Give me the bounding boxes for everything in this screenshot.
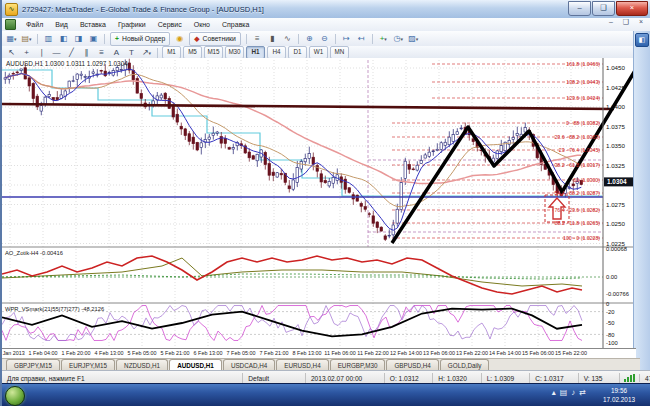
- windows-taskbar: ▴▤♪⇄ 19:56 17.02.2013: [2, 383, 650, 406]
- vertical-line-tool-icon[interactable]: ∣: [35, 47, 48, 59]
- menu-окно[interactable]: Окно: [188, 18, 216, 31]
- tray-network-icon[interactable]: ⇄: [579, 388, 586, 397]
- svg-text:138.2 (1.0443): 138.2 (1.0443): [566, 79, 600, 85]
- svg-text:0.00068: 0.00068: [606, 246, 627, 252]
- metaeditor-icon[interactable]: ◉: [173, 33, 186, 45]
- svg-text:-100: -100: [606, 340, 618, 346]
- status-close: C: 1.0317: [530, 373, 578, 384]
- toolbar-separator: [246, 34, 247, 44]
- data-window-icon[interactable]: ◧: [57, 33, 70, 45]
- svg-text:76.4 - 23.6 (1.0282): 76.4 - 23.6 (1.0282): [554, 207, 600, 213]
- status-help-text: Для справки, нажмите F1: [2, 373, 243, 384]
- child-minimize-button[interactable]: –: [605, 18, 617, 26]
- chart-canvas[interactable]: 1.04501.04251.04001.03751.03501.03251.02…: [2, 58, 636, 348]
- menu-вставка[interactable]: Вставка: [74, 18, 112, 31]
- terminal-icon[interactable]: ▣: [87, 33, 100, 45]
- svg-text:0.00: 0.00: [606, 274, 617, 280]
- connection-status-icon: [620, 374, 640, 382]
- svg-text:0 - 88 (1.0382): 0 - 88 (1.0382): [566, 120, 600, 126]
- toolbar-separator: [372, 34, 373, 44]
- cursor-tool-icon[interactable]: ↖: [5, 47, 18, 59]
- toolbar-separator: [335, 34, 336, 44]
- dropdown-arrow-icon: ▾: [400, 36, 403, 42]
- svg-text:1.0275: 1.0275: [606, 201, 625, 208]
- menu-файл[interactable]: Файл: [20, 18, 49, 31]
- dropdown-arrow-icon: ▾: [416, 36, 419, 42]
- dropdown-arrow-icon: ▾: [14, 36, 17, 42]
- svg-text:0: 0: [606, 301, 609, 307]
- menu-вид[interactable]: Вид: [49, 18, 74, 31]
- menu-bar: ФайлВидВставкаГрафикиСервисОкноСправка –…: [2, 18, 650, 32]
- minimize-button[interactable]: –: [568, 1, 591, 16]
- candlestick-chart-icon[interactable]: ▮: [266, 33, 279, 45]
- close-button[interactable]: ×: [616, 1, 648, 16]
- trendline-tool-icon[interactable]: ╱: [65, 47, 78, 59]
- menu-графики[interactable]: Графики: [112, 18, 152, 31]
- indicators-icon[interactable]: +▾: [377, 33, 390, 45]
- text-tool-icon[interactable]: A: [110, 47, 123, 59]
- market-watch-icon[interactable]: ▥: [42, 33, 55, 45]
- toolbar-separator: [37, 34, 38, 44]
- standard-toolbar: ▦▾▤▾▥◧◨▣+Новый Ордер◉◆Советники≡▮∿⊕⊖↦↤+▾…: [2, 31, 634, 47]
- status-open: O: 1.0312: [385, 373, 433, 384]
- clock-date: 17.02.2013: [592, 395, 646, 404]
- fibonacci-tool-icon[interactable]: ≡: [95, 47, 108, 59]
- channel-tool-icon[interactable]: ∥: [80, 47, 93, 59]
- horizontal-line-tool-icon[interactable]: —: [50, 47, 63, 59]
- status-volume: V: 135: [579, 373, 620, 384]
- time-tick-label: 15 Feb 22:00: [549, 350, 593, 356]
- crosshair-tool-icon[interactable]: +: [20, 47, 33, 59]
- new-order-button-icon: +: [115, 35, 119, 42]
- dropdown-arrow-icon: ▾: [384, 36, 387, 42]
- expert-advisors-button-icon: ◆: [194, 35, 199, 43]
- child-close-button[interactable]: ×: [635, 18, 647, 26]
- svg-text:50 (1.0300): 50 (1.0300): [573, 177, 600, 183]
- chart-shift-icon[interactable]: ↤: [355, 33, 368, 45]
- bar-chart-icon[interactable]: ≡: [251, 33, 264, 45]
- status-low: L: 1.0309: [482, 373, 530, 384]
- svg-text:-0.00766: -0.00766: [606, 291, 629, 297]
- new-order-button[interactable]: +Новый Ордер: [110, 32, 170, 46]
- navigator-icon[interactable]: ◨: [72, 33, 85, 45]
- svg-text:1.0375: 1.0375: [606, 123, 625, 130]
- tray-volume-icon[interactable]: ♪: [571, 388, 575, 397]
- maximize-button[interactable]: ❑: [592, 1, 615, 16]
- expert-advisors-button-label: Советники: [203, 35, 236, 42]
- right-scrollbar[interactable]: ◧: [633, 31, 650, 370]
- svg-text:23 - 76.4 (1.0345): 23 - 76.4 (1.0345): [559, 147, 601, 153]
- svg-text:1.0325: 1.0325: [606, 162, 625, 169]
- new-order-button-label: Новый Ордер: [122, 35, 165, 42]
- svg-text:1.0250: 1.0250: [606, 220, 625, 227]
- svg-text:123.6 (1.0424): 123.6 (1.0424): [566, 95, 600, 101]
- periods-icon[interactable]: ◷▾: [392, 33, 405, 45]
- label-tool-icon[interactable]: T: [125, 47, 138, 59]
- zoom-out-icon[interactable]: ⊖: [318, 33, 331, 45]
- dropdown-arrow-icon: ▾: [149, 50, 152, 56]
- chart-window-icon: [5, 19, 16, 30]
- templates-icon[interactable]: ▨▾: [407, 33, 420, 45]
- zoom-in-icon[interactable]: ⊕: [303, 33, 316, 45]
- status-traffic: 478/2 kb: [640, 373, 650, 384]
- title-bar[interactable]: ∿ 2729427: MetaTrader - E-Global Trade &…: [2, 0, 650, 19]
- tray-expand-icon[interactable]: ▴: [552, 388, 556, 397]
- scroll-button[interactable]: ◧: [635, 33, 649, 47]
- profiles-icon[interactable]: ▤▾: [20, 33, 33, 45]
- svg-text:-20: -20: [606, 309, 614, 315]
- menu-справка[interactable]: Справка: [216, 18, 255, 31]
- child-restore-button[interactable]: ❑: [620, 18, 632, 26]
- tray-action-center-icon[interactable]: ▤: [560, 388, 568, 397]
- expert-advisors-button[interactable]: ◆Советники: [189, 32, 240, 46]
- status-high: H: 1.0320: [433, 373, 481, 384]
- auto-scroll-icon[interactable]: ↦: [340, 33, 353, 45]
- line-chart-icon[interactable]: ∿: [281, 33, 294, 45]
- price-chart[interactable]: 1.04501.04251.04001.03751.03501.03251.02…: [2, 58, 636, 348]
- svg-text:AUDUSD,H1 1.0300 1.0311 1.0297: AUDUSD,H1 1.0300 1.0311 1.0297 1.0304: [6, 60, 128, 67]
- menu-сервис[interactable]: Сервис: [152, 18, 188, 31]
- svg-text:1.0400: 1.0400: [606, 103, 625, 110]
- shapes-tool-icon[interactable]: ↗▾: [140, 47, 153, 59]
- new-chart-icon[interactable]: ▦▾: [5, 33, 18, 45]
- start-button[interactable]: [5, 386, 25, 406]
- taskbar-clock[interactable]: 19:56 17.02.2013: [592, 386, 646, 404]
- status-profile[interactable]: Default: [243, 373, 306, 384]
- svg-text:161.8 (1.0466): 161.8 (1.0466): [566, 61, 600, 67]
